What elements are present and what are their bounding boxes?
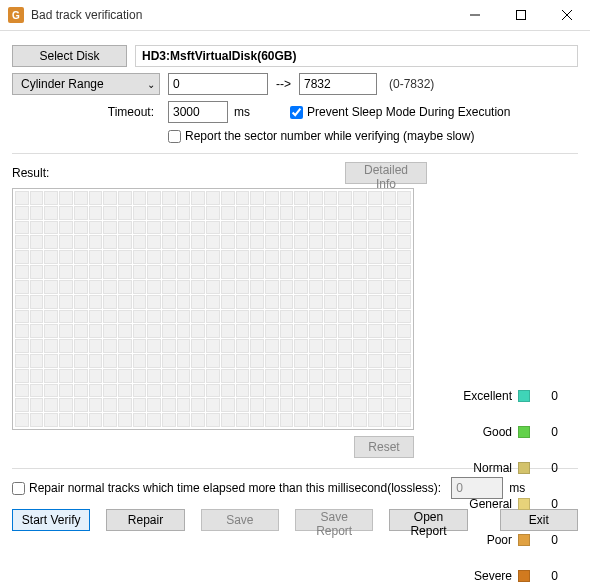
map-cell (191, 221, 205, 235)
map-cell (280, 206, 294, 220)
map-cell (324, 250, 338, 264)
map-cell (368, 235, 382, 249)
map-cell (191, 295, 205, 309)
map-cell (221, 384, 235, 398)
legend-name: General (448, 497, 518, 511)
map-cell (324, 413, 338, 427)
timeout-input[interactable] (168, 101, 228, 123)
map-cell (250, 265, 264, 279)
map-cell (15, 191, 29, 205)
map-cell (177, 191, 191, 205)
map-cell (177, 265, 191, 279)
map-cell (74, 221, 88, 235)
prevent-sleep-checkbox[interactable] (290, 106, 303, 119)
map-cell (324, 339, 338, 353)
map-cell (133, 369, 147, 383)
map-cell (147, 191, 161, 205)
map-cell (162, 235, 176, 249)
map-cell (324, 369, 338, 383)
map-cell (118, 354, 132, 368)
map-cell (74, 235, 88, 249)
legend-value: 0 (544, 533, 558, 547)
map-cell (353, 221, 367, 235)
map-cell (74, 206, 88, 220)
map-cell (324, 206, 338, 220)
block-map (12, 188, 414, 430)
map-cell (309, 280, 323, 294)
map-cell (324, 384, 338, 398)
map-cell (30, 413, 44, 427)
select-disk-button[interactable]: Select Disk (12, 45, 127, 67)
legend-name: Excellent (448, 389, 518, 403)
range-from-input[interactable] (168, 73, 268, 95)
map-cell (383, 280, 397, 294)
map-cell (15, 369, 29, 383)
map-cell (206, 295, 220, 309)
map-cell (353, 369, 367, 383)
repair-button[interactable]: Repair (106, 509, 184, 531)
map-cell (103, 280, 117, 294)
map-cell (250, 369, 264, 383)
legend-value: 0 (544, 569, 558, 583)
range-mode-combo[interactable]: Cylinder Range ⌄ (12, 73, 160, 95)
report-sector-checkbox[interactable] (168, 130, 181, 143)
map-cell (294, 339, 308, 353)
map-cell (59, 324, 73, 338)
map-cell (177, 250, 191, 264)
map-cell (89, 369, 103, 383)
map-cell (206, 191, 220, 205)
map-cell (118, 206, 132, 220)
map-cell (236, 265, 250, 279)
map-cell (206, 206, 220, 220)
app-icon (8, 7, 24, 23)
reset-button[interactable]: Reset (354, 436, 414, 458)
map-cell (191, 191, 205, 205)
map-cell (250, 235, 264, 249)
map-cell (397, 384, 411, 398)
map-cell (206, 369, 220, 383)
map-cell (280, 354, 294, 368)
map-cell (89, 324, 103, 338)
map-cell (74, 384, 88, 398)
map-cell (133, 324, 147, 338)
map-cell (44, 398, 58, 412)
map-cell (397, 191, 411, 205)
map-cell (59, 310, 73, 324)
disk-label-box: HD3:MsftVirtualDisk(60GB) (135, 45, 578, 67)
map-cell (177, 235, 191, 249)
map-cell (383, 398, 397, 412)
map-cell (353, 354, 367, 368)
map-cell (250, 206, 264, 220)
repair-threshold-checkbox[interactable] (12, 482, 25, 495)
map-cell (44, 206, 58, 220)
map-cell (309, 369, 323, 383)
close-button[interactable] (544, 0, 590, 30)
map-cell (368, 413, 382, 427)
map-cell (118, 413, 132, 427)
range-to-input[interactable] (299, 73, 377, 95)
map-cell (280, 324, 294, 338)
save-report-button[interactable]: Save Report (295, 509, 373, 531)
minimize-button[interactable] (452, 0, 498, 30)
start-verify-button[interactable]: Start Verify (12, 509, 90, 531)
map-cell (383, 310, 397, 324)
map-cell (397, 206, 411, 220)
map-cell (309, 235, 323, 249)
map-cell (324, 265, 338, 279)
prevent-sleep-label: Prevent Sleep Mode During Execution (307, 105, 510, 119)
map-cell (162, 398, 176, 412)
map-cell (162, 339, 176, 353)
save-button[interactable]: Save (201, 509, 279, 531)
map-cell (74, 265, 88, 279)
map-cell (280, 398, 294, 412)
map-cell (265, 384, 279, 398)
map-cell (59, 354, 73, 368)
map-cell (89, 339, 103, 353)
map-cell (206, 310, 220, 324)
detailed-info-button[interactable]: Detailed Info (345, 162, 427, 184)
map-cell (368, 369, 382, 383)
maximize-button[interactable] (498, 0, 544, 30)
map-cell (30, 280, 44, 294)
map-cell (338, 413, 352, 427)
map-cell (89, 398, 103, 412)
